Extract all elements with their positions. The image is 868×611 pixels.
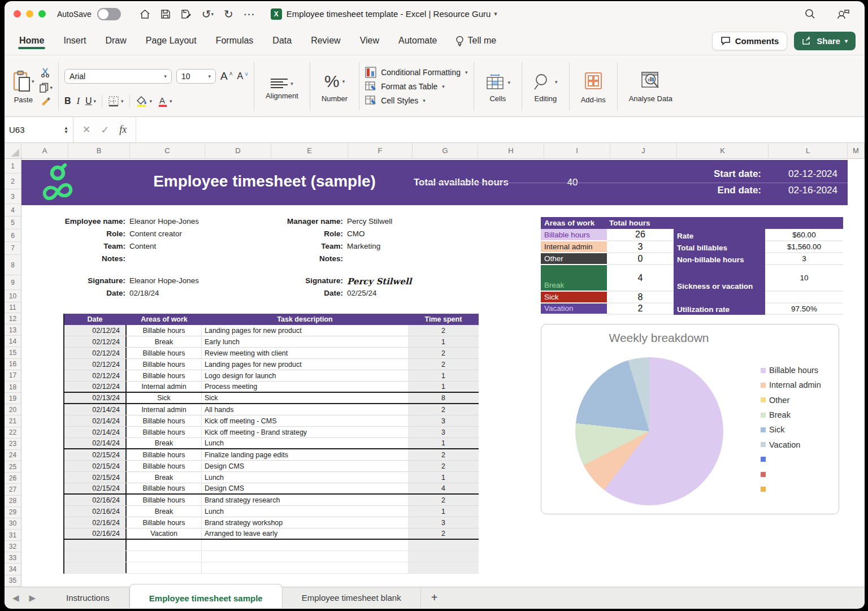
ts-cell-task[interactable] xyxy=(202,562,408,573)
ts-cell-date[interactable] xyxy=(64,562,127,573)
row-header-27[interactable]: 27 xyxy=(5,484,21,495)
minimize-window-button[interactable] xyxy=(26,10,33,18)
copy-icon[interactable]: ▾ xyxy=(39,83,53,93)
ts-cell-date[interactable]: 02/16/24 xyxy=(64,517,127,528)
title-chevron-icon[interactable]: ▾ xyxy=(494,10,497,18)
timesheet-row[interactable]: 02/12/24BreakEarly lunch1 xyxy=(64,336,479,348)
timesheet-row[interactable]: 02/15/24BreakLunch1 xyxy=(64,472,479,483)
ts-cell-task[interactable]: Logo design for launch xyxy=(202,370,408,381)
close-window-button[interactable] xyxy=(14,10,21,18)
row-header-24[interactable]: 24 xyxy=(5,450,21,461)
ts-cell-area[interactable]: Internal admin xyxy=(127,404,202,415)
name-box[interactable]: U63 ▲▼ xyxy=(5,117,73,142)
ts-cell-area[interactable]: Billable hours xyxy=(127,370,202,381)
ts-cell-time[interactable]: 3 xyxy=(408,427,479,437)
borders-button[interactable]: ▾ xyxy=(108,96,124,107)
ts-cell-date[interactable]: 02/12/24 xyxy=(64,348,127,358)
row-header-5[interactable]: 5 xyxy=(5,216,21,229)
ts-cell-time[interactable]: 8 xyxy=(408,393,479,403)
ts-cell-date[interactable]: 02/14/24 xyxy=(64,415,127,426)
timesheet-row[interactable]: 02/12/24Billable hoursLanding pages for … xyxy=(64,359,479,370)
row-header-19[interactable]: 19 xyxy=(5,393,21,404)
timesheet-row[interactable]: 02/15/24Billable hoursDesign CMS2 xyxy=(64,461,479,472)
ts-cell-area[interactable] xyxy=(127,562,202,573)
ts-cell-area[interactable]: Break xyxy=(127,506,202,517)
ts-cell-time[interactable]: 3 xyxy=(408,517,479,528)
ts-cell-task[interactable]: Kick off meeting - Brand strategy xyxy=(202,427,408,437)
row-header-11[interactable]: 11 xyxy=(5,302,21,313)
format-as-table-button[interactable]: Format as Table▾ xyxy=(365,81,467,92)
ts-cell-time[interactable]: 2 xyxy=(408,449,479,460)
tab-automate[interactable]: Automate xyxy=(397,30,438,51)
number-format-button[interactable]: % ▾ Number xyxy=(316,71,353,103)
font-name-select[interactable]: Arial▾ xyxy=(64,69,172,84)
ts-cell-time[interactable]: 2 xyxy=(408,359,479,370)
cancel-entry-icon[interactable]: ✕ xyxy=(83,124,90,136)
column-header-G[interactable]: G xyxy=(413,143,478,158)
row-header-35[interactable]: 35 xyxy=(5,575,21,587)
ts-cell-area[interactable]: Billable hours xyxy=(127,461,202,471)
comments-button[interactable]: Comments xyxy=(712,32,788,50)
alignment-button[interactable]: ▾ Alignment xyxy=(260,73,304,100)
ts-cell-date[interactable]: 02/12/24 xyxy=(64,325,127,336)
area-label[interactable]: Internal admin xyxy=(541,241,607,253)
ts-cell-task[interactable]: Sick xyxy=(202,393,408,403)
ts-cell-time[interactable]: 1 xyxy=(408,370,479,381)
ts-cell-time[interactable]: 2 xyxy=(408,404,479,415)
row-header-34[interactable]: 34 xyxy=(5,564,21,575)
save-as-icon[interactable] xyxy=(181,9,192,19)
row-header-22[interactable]: 22 xyxy=(5,427,21,439)
timesheet-row[interactable]: 02/16/24Billable hoursBrand strategy wor… xyxy=(64,517,479,528)
ts-cell-time[interactable] xyxy=(408,562,479,573)
ts-cell-area[interactable]: Break xyxy=(127,438,202,448)
row-header-2[interactable]: 2 xyxy=(5,174,21,189)
font-color-button[interactable]: A ▾ xyxy=(158,96,172,107)
row-header-12[interactable]: 12 xyxy=(5,313,21,324)
sheet-tab-employee-timesheet-sample[interactable]: Employee timesheet sample xyxy=(129,584,283,608)
ts-cell-date[interactable]: 02/12/24 xyxy=(64,336,127,347)
row-header-8[interactable]: 8 xyxy=(5,255,21,275)
cut-icon[interactable] xyxy=(40,67,51,80)
more-commands-icon[interactable]: ⋯ xyxy=(244,7,255,21)
prev-sheet-arrow[interactable]: ◀ xyxy=(12,593,19,603)
ts-cell-area[interactable]: Sick xyxy=(127,393,202,403)
increase-font-icon[interactable]: A˄ xyxy=(220,69,233,84)
search-icon[interactable] xyxy=(805,8,815,19)
row-header-33[interactable]: 33 xyxy=(5,552,21,564)
timesheet-row[interactable]: 02/16/24BreakLunch1 xyxy=(64,506,479,517)
legend-item[interactable]: Billable hours xyxy=(761,363,821,378)
ts-cell-time[interactable]: 3 xyxy=(408,415,479,426)
timesheet-row[interactable]: 02/14/24Internal adminAll hands2 xyxy=(64,404,479,415)
row-header-15[interactable]: 15 xyxy=(5,347,21,358)
ts-cell-area[interactable]: Billable hours xyxy=(127,495,202,505)
area-label[interactable]: Billable hours xyxy=(541,229,607,241)
row-header-29[interactable]: 29 xyxy=(5,507,21,518)
confirm-entry-icon[interactable]: ✓ xyxy=(101,124,109,136)
ts-cell-time[interactable] xyxy=(408,540,479,551)
row-header-32[interactable]: 32 xyxy=(5,541,21,552)
ts-cell-date[interactable]: 02/14/24 xyxy=(64,404,127,415)
legend-item[interactable]: Other xyxy=(761,393,821,408)
info-value[interactable]: Eleanor Hope-Jones xyxy=(125,276,199,289)
legend-item[interactable]: Vacation xyxy=(761,437,821,452)
column-header-D[interactable]: D xyxy=(205,143,271,158)
column-header-K[interactable]: K xyxy=(677,143,769,158)
column-header-C[interactable]: C xyxy=(130,143,205,158)
info-value[interactable]: CMO xyxy=(343,229,365,242)
ts-cell-area[interactable]: Billable hours xyxy=(127,359,202,370)
timesheet-row[interactable]: 02/12/24Billable hoursLanding pages for … xyxy=(64,325,479,336)
stat-value[interactable]: $60.00 xyxy=(765,229,843,241)
row-header-16[interactable]: 16 xyxy=(5,359,21,370)
ts-cell-task[interactable]: Lunch xyxy=(202,438,408,448)
ts-cell-task[interactable]: Landing pages for new product xyxy=(202,359,408,370)
area-label[interactable]: Other xyxy=(541,253,607,265)
area-hours[interactable]: 4 xyxy=(607,265,674,292)
row-header-14[interactable]: 14 xyxy=(5,336,21,347)
column-header-M[interactable]: M xyxy=(848,143,865,158)
row-header-4[interactable]: 4 xyxy=(5,204,21,216)
cell-styles-button[interactable]: Cell Styles▾ xyxy=(365,95,467,106)
row-header-1[interactable]: 1 xyxy=(5,159,21,174)
ts-cell-task[interactable] xyxy=(202,551,408,562)
paste-button[interactable]: ▾ xyxy=(12,71,34,93)
area-label[interactable]: Sick xyxy=(541,292,607,304)
